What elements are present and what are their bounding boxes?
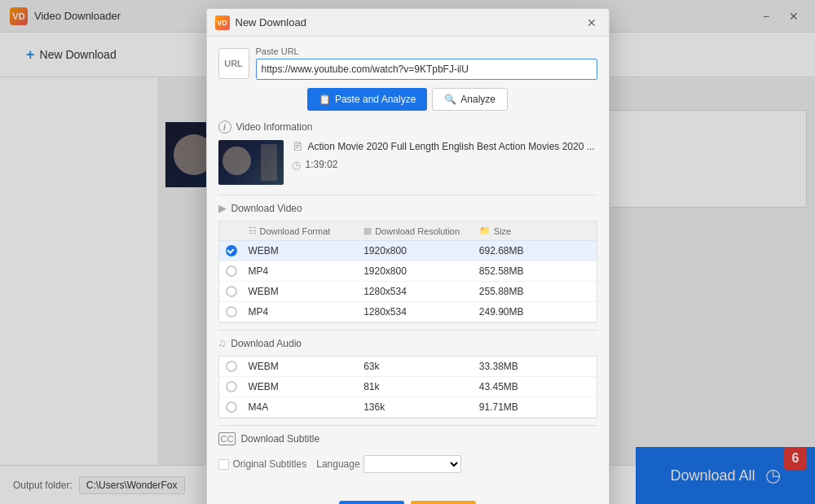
table-row[interactable]: M4A 136k 91.71MB: [219, 397, 597, 418]
download-subtitle-label: Download Subtitle: [240, 433, 319, 445]
scroll-cell: [590, 261, 597, 281]
video-duration: 1:39:02: [306, 159, 338, 170]
format-col-label: Download Format: [260, 226, 331, 236]
scroll-cell: [590, 397, 597, 417]
url-label: Paste URL: [256, 46, 597, 56]
modal-footer: Ok Cancel 5: [207, 494, 609, 504]
scroll-cell: [590, 357, 597, 376]
format-cell: WEBM: [244, 357, 359, 376]
document-icon: 🖹: [292, 140, 303, 153]
subtitle-row: Original Subtitles Language: [218, 452, 597, 476]
radio-unchecked: [226, 381, 237, 392]
analyze-label: Analyze: [460, 94, 496, 105]
resolution-icon: ▩: [363, 226, 372, 236]
url-icon: URL: [224, 59, 243, 68]
modal-title: New Download: [236, 16, 306, 28]
info-icon: i: [218, 121, 231, 134]
url-input-area: Paste URL: [256, 46, 597, 80]
th-scroll: [590, 221, 600, 240]
size-col-label: Size: [494, 226, 511, 236]
table-row[interactable]: MP4 1920x800 852.58MB: [219, 261, 597, 282]
audio-table-body: WEBM 63k 33.38MB WEBM 81k 43.: [218, 356, 597, 419]
format-cell: MP4: [244, 302, 359, 322]
size-cell: 43.45MB: [474, 377, 590, 397]
scroll-cell: [590, 241, 597, 261]
table-row[interactable]: WEBM 63k 33.38MB: [219, 357, 597, 377]
video-table-body: WEBM 1920x800 692.68MB 4: [218, 240, 597, 323]
radio-cell: [219, 302, 244, 322]
resolution-cell: 1280x534: [359, 282, 474, 301]
language-dropdown[interactable]: [363, 455, 461, 473]
ok-button[interactable]: Ok: [339, 501, 404, 504]
th-select: [219, 221, 244, 240]
radio-unchecked: [226, 401, 237, 413]
language-select: Language: [316, 455, 460, 473]
original-subtitles-label: Original Subtitles: [233, 458, 307, 470]
scroll-cell: [590, 377, 597, 397]
th-resolution: ▩ Download Resolution: [359, 221, 474, 240]
paste-analyze-button[interactable]: 📋 Paste and Analyze: [307, 88, 427, 111]
size-cell: 255.88MB: [474, 282, 590, 301]
app-window: VD Video Downloader − ✕ + New Download: [0, 0, 815, 504]
video-table-header: ☷ Download Format ▩ Download Resolution …: [218, 221, 597, 240]
radio-unchecked: [226, 361, 237, 372]
analyze-button[interactable]: 🔍 Analyze: [432, 88, 508, 111]
resolution-col-label: Download Resolution: [375, 226, 460, 236]
resolution-cell: 1920x800: [359, 241, 474, 261]
download-audio-label: Download Audio: [231, 338, 302, 349]
divider-2: [218, 330, 597, 331]
url-icon-box: URL: [218, 48, 249, 79]
format-icon: ☷: [249, 226, 257, 236]
video-details: 🖹 Action Movie 2020 Full Length English …: [292, 140, 597, 171]
quality-cell: 136k: [359, 397, 474, 417]
original-subtitles-checkbox[interactable]: Original Subtitles: [218, 458, 307, 470]
download-subtitle-section: CC Download Subtitle Original Subtitles …: [218, 432, 597, 476]
video-info-section-header: i Video Information: [218, 121, 597, 134]
video-info-label: Video Information: [236, 121, 313, 133]
cc-icon: CC: [218, 432, 236, 445]
th-format: ☷ Download Format: [244, 221, 359, 240]
radio-unchecked: [226, 286, 237, 297]
table-row[interactable]: WEBM 1920x800 692.68MB 4: [219, 241, 597, 261]
url-buttons: 📋 Paste and Analyze 🔍 Analyze: [218, 88, 597, 111]
format-cell: WEBM: [244, 377, 359, 397]
size-icon: 📁: [479, 226, 491, 236]
modal-title-bar: VD New Download ✕: [207, 9, 609, 37]
url-input[interactable]: [256, 59, 597, 80]
radio-cell: [219, 377, 244, 397]
video-info: 🖹 Action Movie 2020 Full Length English …: [218, 140, 597, 185]
radio-cell: [219, 282, 244, 301]
format-cell: WEBM: [244, 282, 359, 301]
download-video-icon: ▶: [218, 202, 227, 214]
download-video-header: ▶ Download Video: [218, 202, 597, 214]
size-cell: 91.71MB: [474, 397, 590, 417]
modal-dialog: VD New Download ✕ URL Paste URL: [206, 8, 610, 504]
quality-cell: 63k: [359, 357, 474, 376]
cancel-button[interactable]: Cancel: [411, 501, 476, 504]
download-video-label: Download Video: [231, 203, 302, 214]
scroll-cell: [590, 282, 597, 301]
clock-icon: ◷: [292, 159, 301, 171]
video-duration-row: ◷ 1:39:02: [292, 159, 597, 171]
modal-close-button[interactable]: ✕: [583, 14, 601, 32]
size-cell: 852.58MB: [474, 261, 590, 281]
modal-app-icon: VD: [215, 15, 230, 30]
format-cell: WEBM: [244, 241, 359, 261]
audio-icon: ♫: [218, 337, 227, 349]
resolution-cell: 1920x800: [359, 261, 474, 281]
divider-1: [218, 195, 597, 195]
table-row[interactable]: WEBM 1280x534 255.88MB: [219, 282, 597, 302]
size-cell: 692.68MB 4: [474, 241, 590, 261]
radio-cell: [219, 241, 244, 261]
download-subtitle-header: CC Download Subtitle: [218, 432, 597, 445]
language-label: Language: [316, 458, 359, 470]
th-size: 📁 Size: [474, 221, 590, 240]
size-cell: 33.38MB: [474, 357, 590, 376]
table-row[interactable]: MP4 1280x534 249.90MB: [219, 302, 597, 322]
radio-unchecked: [226, 265, 237, 277]
video-title: Action Movie 2020 Full Length English Be…: [308, 140, 595, 154]
table-row[interactable]: WEBM 81k 43.45MB: [219, 377, 597, 397]
download-audio-header: ♫ Download Audio: [218, 337, 597, 349]
radio-cell: [219, 357, 244, 376]
radio-unchecked: [226, 306, 237, 318]
